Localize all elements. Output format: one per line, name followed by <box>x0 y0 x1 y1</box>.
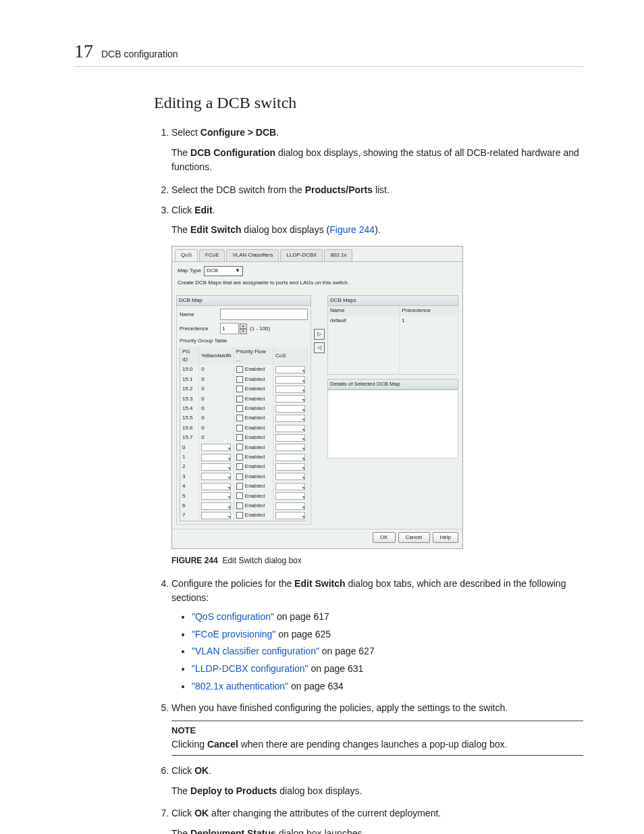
checkbox-icon <box>236 473 243 480</box>
tab-vlan-classifiers[interactable]: VLAN Classifiers <box>226 249 279 261</box>
checkbox-icon <box>236 415 243 421</box>
help-button[interactable]: Help <box>433 532 458 543</box>
map-type-dropdown[interactable]: DCB ▼ <box>204 266 243 276</box>
edit-switch-dialog: QoS FCoE VLAN Classifiers LLDP-DCBX 802.… <box>171 246 463 549</box>
arrow-left-button[interactable]: ◁ <box>314 342 325 353</box>
step-7: Click OK after changing the attributes o… <box>171 806 583 834</box>
pgt-row: 15.40Enabled <box>180 404 308 413</box>
pgt-row: 15.60Enabled <box>180 423 308 433</box>
tab-qos[interactable]: QoS <box>175 249 198 261</box>
dialog-tabs: QoS FCoE VLAN Classifiers LLDP-DCBX 802.… <box>172 246 462 261</box>
checkbox-icon <box>236 512 243 519</box>
precedence-range: (1 - 100) <box>250 325 270 333</box>
figure-caption: FIGURE 244 Edit Switch dialog box <box>171 554 583 567</box>
figure-244-link[interactable]: Figure 244 <box>329 224 375 235</box>
cancel-button[interactable]: Cancel <box>398 532 430 543</box>
checkbox-icon <box>236 405 243 412</box>
checkbox-icon <box>236 483 243 490</box>
spin-down-icon[interactable]: ▾ <box>240 329 247 334</box>
details-area <box>327 390 458 459</box>
link-qos[interactable]: "QoS configuration" <box>192 611 274 622</box>
dialog-instruction: Create DCB Maps that are assignable to p… <box>178 279 457 287</box>
pgt-row: 5Enabled <box>180 492 308 501</box>
pgt-row: 7Enabled <box>180 511 308 521</box>
section-title: Editing a DCB switch <box>154 94 583 112</box>
note-block: NOTE Clicking Cancel when there are pend… <box>171 721 583 756</box>
map-type-label: Map Type <box>178 267 201 275</box>
arrow-right-button[interactable]: ▷ <box>314 329 325 340</box>
checkbox-icon <box>236 386 243 392</box>
step-1-sub: The DCB Configuration dialog box display… <box>171 146 583 175</box>
step-2: Select the DCB switch from the Products/… <box>171 183 583 198</box>
pgt-row: 1Enabled <box>180 452 308 462</box>
chapter-title: DCB configuration <box>101 49 178 59</box>
pgt-header: Priority Group Table <box>180 337 308 345</box>
link-lldp[interactable]: "LLDP-DCBX configuration" <box>192 663 308 674</box>
checkbox-icon <box>236 434 243 441</box>
pgt-row: 15.10Enabled <box>180 375 308 384</box>
page-header: 17 DCB configuration <box>74 41 583 67</box>
tab-fcoe[interactable]: FCoE <box>199 249 225 261</box>
pgt-row: 15.30Enabled <box>180 394 308 404</box>
pgt-row: 15.00Enabled <box>180 365 308 374</box>
link-fcoe[interactable]: "FCoE provisioning" <box>192 629 275 640</box>
checkbox-icon <box>236 502 243 509</box>
name-label: Name <box>180 311 217 319</box>
dcb-map-header: DCB Map <box>176 295 311 306</box>
step-6-sub: The Deploy to Products dialog box displa… <box>171 784 583 799</box>
step-3-sub: The Edit Switch dialog box displays (Fig… <box>171 223 583 238</box>
checkbox-icon <box>236 376 243 383</box>
step-1: Select Configure > DCB. The DCB Configur… <box>171 126 583 175</box>
priority-group-table: PG ID %Bandwidth Priority Flow ... CoS 1… <box>180 347 308 521</box>
pgt-row: 15.50Enabled <box>180 413 308 423</box>
pgt-row: 2Enabled <box>180 462 308 471</box>
tab-8021x[interactable]: 802.1x <box>324 249 352 261</box>
caret-down-icon: ▼ <box>235 267 240 275</box>
links-list: "QoS configuration" on page 617 "FCoE pr… <box>171 610 583 694</box>
pgt-row: 15.20Enabled <box>180 384 308 394</box>
maps-row[interactable]: default 1 <box>328 316 458 325</box>
step-7-sub: The Deployment Status dialog box launche… <box>171 827 583 834</box>
checkbox-icon <box>236 425 243 432</box>
step-3: Click Edit. The Edit Switch dialog box d… <box>171 203 583 567</box>
checkbox-icon <box>236 396 243 402</box>
checkbox-icon <box>236 454 243 461</box>
checkbox-icon <box>236 463 243 470</box>
pgt-row: 4Enabled <box>180 481 308 491</box>
pgt-row: 6Enabled <box>180 501 308 511</box>
chapter-number: 17 <box>74 41 93 62</box>
name-input[interactable] <box>220 309 308 320</box>
dcb-maps-table: Name Precedence default 1 <box>327 306 458 375</box>
pgt-row: 0Enabled <box>180 443 308 452</box>
steps-list: Select Configure > DCB. The DCB Configur… <box>154 126 583 834</box>
checkbox-icon <box>236 492 243 499</box>
precedence-spinner[interactable]: ▴▾ <box>220 323 247 334</box>
tab-lldp-dcbx[interactable]: LLDP-DCBX <box>280 249 323 261</box>
checkbox-icon <box>236 444 243 450</box>
details-header: Details of Selected DCB Map <box>327 379 458 390</box>
spin-up-icon[interactable]: ▴ <box>240 323 247 329</box>
step-4: Configure the policies for the Edit Swit… <box>171 577 583 694</box>
ok-button[interactable]: OK <box>373 532 396 543</box>
link-8021x[interactable]: "802.1x authentication" <box>192 681 288 692</box>
pgt-row: 3Enabled <box>180 472 308 481</box>
dcb-maps-header: DCB Maps <box>327 295 458 306</box>
checkbox-icon <box>236 366 243 373</box>
step-5: When you have finished configuring the p… <box>171 701 583 756</box>
step-6: Click OK. The Deploy to Products dialog … <box>171 764 583 798</box>
precedence-label: Precedence <box>180 325 217 333</box>
link-vlan[interactable]: "VLAN classifier configuration" <box>192 646 319 656</box>
pgt-row: 15.70Enabled <box>180 433 308 442</box>
